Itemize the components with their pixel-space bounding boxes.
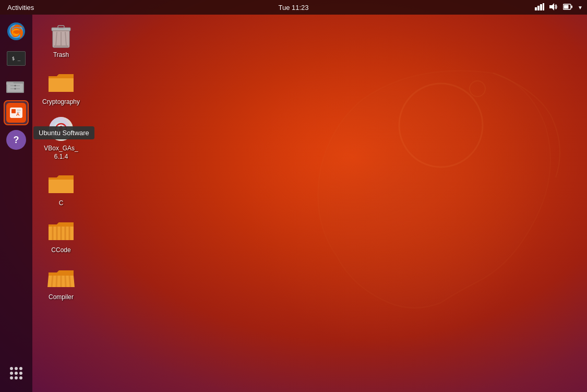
svg-marker-6: [549, 3, 554, 10]
show-apps-icon: [10, 367, 22, 379]
svg-rect-41: [49, 180, 74, 193]
svg-rect-30: [58, 26, 64, 28]
svg-rect-9: [564, 5, 569, 8]
ccode-folder-label: CCode: [51, 246, 70, 255]
files-icon: [6, 77, 26, 94]
help-icon: ?: [6, 130, 26, 150]
cryptography-folder-icon: [47, 69, 75, 96]
firefox-icon: [6, 21, 26, 41]
dock-item-firefox[interactable]: [4, 19, 29, 44]
svg-point-0: [399, 84, 483, 167]
svg-point-1: [470, 81, 485, 97]
ccode-folder-icon: [47, 217, 75, 244]
topbar-clock[interactable]: Tue 11:23: [278, 4, 308, 11]
svg-rect-21: [11, 109, 16, 113]
vbox-label: VBox_GAs_6.1.4: [44, 145, 78, 161]
dock-item-terminal[interactable]: [4, 46, 29, 71]
c-folder-label: C: [59, 199, 64, 208]
system-menu-arrow[interactable]: ▼: [578, 5, 583, 10]
desktop-icon-cryptography[interactable]: Cryptography: [38, 67, 85, 109]
battery-icon[interactable]: [563, 4, 572, 11]
svg-rect-48: [49, 275, 74, 276]
svg-line-50: [56, 276, 57, 287]
trash-icon: [47, 22, 75, 49]
cryptography-label: Cryptography: [42, 98, 80, 106]
svg-line-53: [69, 276, 70, 287]
dock-item-files[interactable]: [4, 73, 29, 98]
dock: A ?: [0, 15, 32, 392]
desktop-icon-c-folder[interactable]: C: [38, 168, 85, 210]
trash-label: Trash: [53, 51, 69, 60]
svg-rect-3: [537, 6, 540, 10]
svg-point-19: [15, 88, 16, 90]
svg-rect-5: [543, 3, 544, 10]
compiler-folder-icon: [47, 264, 75, 291]
topbar-left: Activities: [4, 4, 37, 11]
svg-rect-32: [53, 30, 69, 47]
activities-button[interactable]: Activities: [4, 4, 37, 11]
topbar-right: ▼: [535, 3, 583, 12]
dock-item-ubuntu-software[interactable]: A: [4, 100, 29, 125]
svg-rect-23: [17, 110, 21, 111]
compiler-folder-label: Compiler: [49, 293, 74, 302]
dock-item-help[interactable]: ?: [4, 127, 29, 152]
ubuntu-software-icon: A: [6, 103, 26, 123]
desktop-icon-vbox[interactable]: VBox_GAs_6.1.4: [38, 113, 85, 163]
svg-rect-4: [540, 4, 542, 10]
c-folder-icon: [47, 170, 75, 197]
desktop-icons-area: Trash Cryptography: [38, 20, 85, 303]
svg-rect-8: [571, 5, 572, 8]
svg-rect-24: [17, 112, 20, 113]
desktop-icon-trash[interactable]: Trash: [38, 20, 85, 62]
vbox-cd-icon: [47, 115, 75, 142]
svg-point-17: [15, 85, 16, 87]
svg-line-52: [65, 276, 66, 287]
topbar: Activities Tue 11:23: [0, 0, 587, 15]
terminal-icon: [7, 51, 26, 66]
svg-rect-14: [7, 84, 23, 92]
svg-line-49: [52, 276, 53, 287]
network-icon[interactable]: [535, 3, 544, 12]
svg-rect-15: [6, 82, 14, 85]
desktop-icon-ccode-folder[interactable]: CCode: [38, 215, 85, 257]
svg-rect-40: [59, 128, 63, 131]
desktop-icon-compiler-folder[interactable]: Compiler: [38, 262, 85, 304]
svg-rect-33: [49, 78, 74, 92]
desktop: Activities Tue 11:23: [0, 0, 587, 392]
bird-silhouette: [258, 21, 571, 365]
dock-item-show-apps[interactable]: [4, 361, 29, 386]
svg-rect-2: [535, 7, 537, 10]
volume-icon[interactable]: [549, 3, 558, 12]
